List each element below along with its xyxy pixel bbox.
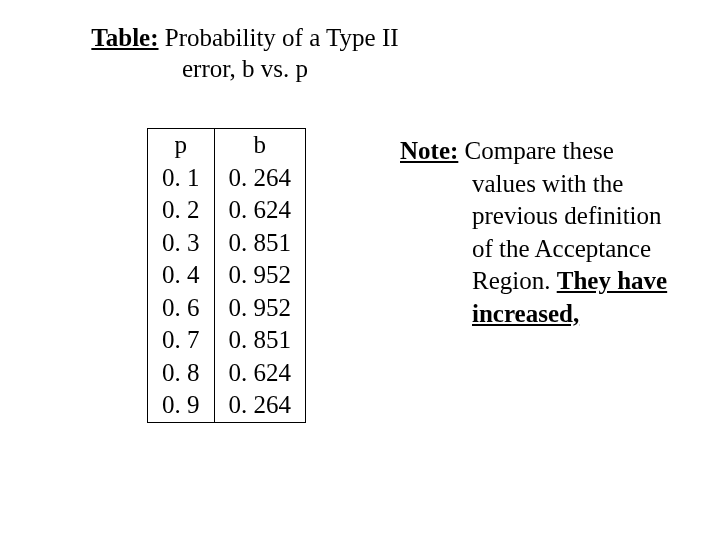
cell-pi: 0. 6 xyxy=(148,292,215,325)
cell-beta: 0. 624 xyxy=(214,194,306,227)
beta-symbol: b xyxy=(242,55,255,82)
note-block: Note: Compare these values with the prev… xyxy=(400,135,680,330)
cell-beta: 0. 952 xyxy=(214,292,306,325)
col-header-beta: b xyxy=(214,129,306,162)
cell-beta: 0. 851 xyxy=(214,227,306,260)
table-row: 0. 80. 624 xyxy=(148,357,306,390)
title-text-2b: vs. xyxy=(255,55,296,82)
cell-beta: 0. 264 xyxy=(214,162,306,195)
cell-pi: 0. 7 xyxy=(148,324,215,357)
beta-header-symbol: b xyxy=(254,131,267,158)
title-lead: Table: xyxy=(91,24,158,51)
note-lead: Note: xyxy=(400,137,458,164)
slide: Table: Probability of a Type II error, b… xyxy=(0,0,720,540)
cell-pi: 0. 4 xyxy=(148,259,215,292)
cell-pi: 0. 1 xyxy=(148,162,215,195)
cell-beta: 0. 952 xyxy=(214,259,306,292)
title-text-2a: error, xyxy=(182,55,242,82)
table-row: 0. 60. 952 xyxy=(148,292,306,325)
title-text-1: Probability of a Type II xyxy=(159,24,399,51)
pi-header-symbol: p xyxy=(175,131,188,158)
cell-beta: 0. 851 xyxy=(214,324,306,357)
table-header-row: p b xyxy=(148,129,306,162)
col-header-pi: p xyxy=(148,129,215,162)
table-row: 0. 70. 851 xyxy=(148,324,306,357)
cell-pi: 0. 9 xyxy=(148,389,215,422)
cell-pi: 0. 8 xyxy=(148,357,215,390)
table-row: 0. 40. 952 xyxy=(148,259,306,292)
table-row: 0. 90. 264 xyxy=(148,389,306,422)
table-row: 0. 30. 851 xyxy=(148,227,306,260)
table-row: 0. 20. 624 xyxy=(148,194,306,227)
cell-beta: 0. 264 xyxy=(214,389,306,422)
probability-table: p b 0. 10. 264 0. 20. 624 0. 30. 851 0. … xyxy=(147,128,306,423)
cell-pi: 0. 3 xyxy=(148,227,215,260)
table-row: 0. 10. 264 xyxy=(148,162,306,195)
pi-symbol: p xyxy=(296,55,309,82)
cell-pi: 0. 2 xyxy=(148,194,215,227)
cell-beta: 0. 624 xyxy=(214,357,306,390)
slide-title: Table: Probability of a Type II error, b… xyxy=(75,22,415,85)
